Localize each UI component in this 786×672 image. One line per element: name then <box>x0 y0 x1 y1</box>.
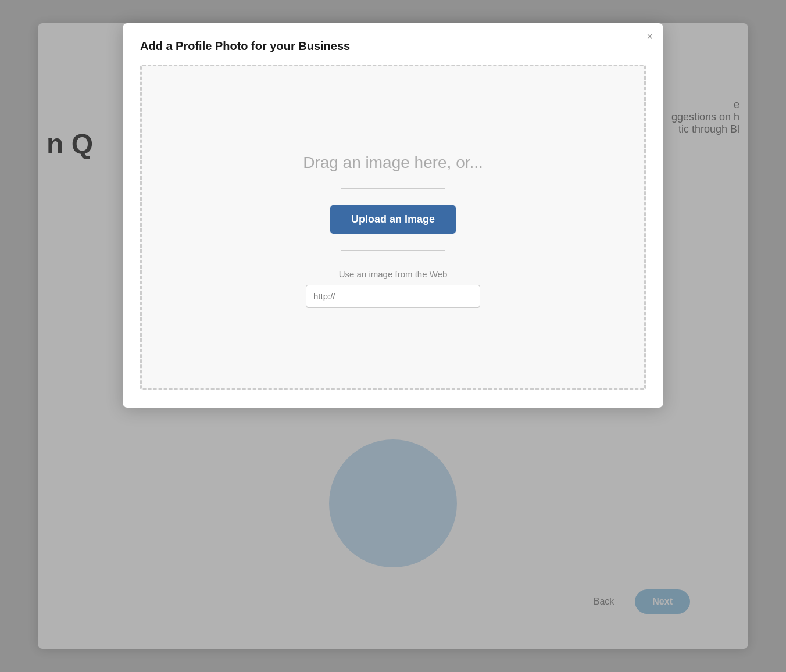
modal-title: Add a Profile Photo for your Business <box>140 40 646 53</box>
modal-close-button[interactable]: × <box>646 31 653 42</box>
web-image-input[interactable] <box>306 285 480 308</box>
drag-text: Drag an image here, or... <box>303 153 483 172</box>
modal-overlay: × Add a Profile Photo for your Business … <box>0 0 786 672</box>
drop-zone[interactable]: Drag an image here, or... Upload an Imag… <box>140 65 646 390</box>
bottom-divider <box>341 250 445 251</box>
web-image-section: Use an image from the Web <box>165 269 621 308</box>
modal-dialog: × Add a Profile Photo for your Business … <box>123 23 663 408</box>
top-divider <box>341 188 445 189</box>
upload-image-button[interactable]: Upload an Image <box>330 205 456 234</box>
web-image-label: Use an image from the Web <box>339 269 447 279</box>
